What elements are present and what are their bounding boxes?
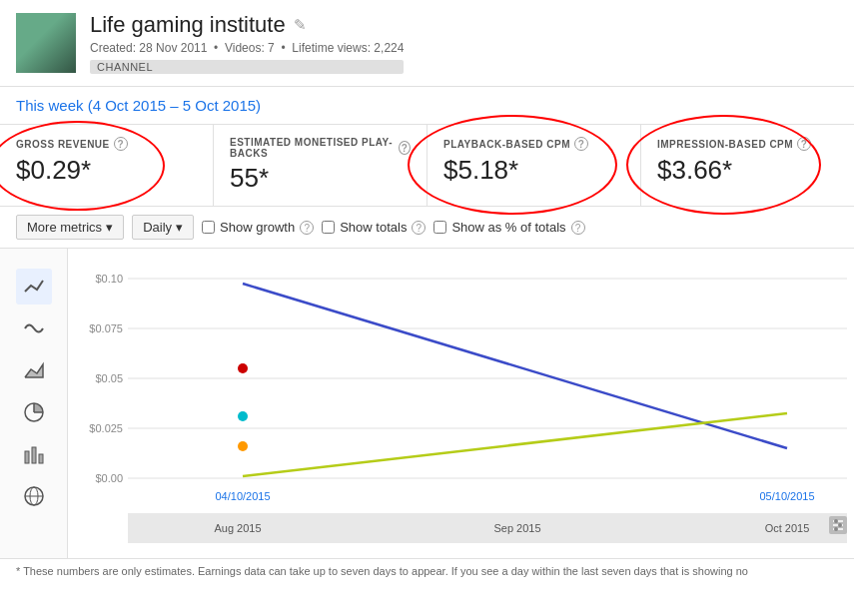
- svg-text:Sep 2015: Sep 2015: [493, 522, 540, 534]
- show-totals-label[interactable]: Show totals ?: [322, 220, 426, 235]
- date-range: This week (4 Oct 2015 – 5 Oct 2015): [0, 87, 854, 124]
- show-as-of-totals-checkbox[interactable]: [433, 221, 446, 234]
- svg-rect-3: [25, 451, 29, 463]
- daily-button[interactable]: Daily ▾: [132, 215, 194, 240]
- svg-text:$0.025: $0.025: [89, 422, 123, 434]
- chart-main: $0.10 $0.075 $0.05 $0.025 $0.00 04/10/20…: [68, 249, 854, 558]
- svg-point-36: [834, 527, 838, 531]
- metrics-container: GROSS REVENUE ? $0.29* ESTIMATED MONETIS…: [0, 124, 854, 207]
- metrics-row: GROSS REVENUE ? $0.29* ESTIMATED MONETIS…: [0, 124, 854, 207]
- show-as-of-totals-label[interactable]: Show as % of totals ?: [433, 220, 584, 235]
- svg-point-23: [238, 441, 248, 451]
- svg-line-20: [243, 413, 787, 476]
- help-icon-1[interactable]: ?: [399, 141, 411, 155]
- svg-point-35: [838, 523, 842, 527]
- wave-chart-icon[interactable]: [16, 310, 52, 346]
- metric-card-impression-cpm: IMPRESSION-BASED CPM ? $3.66*: [641, 125, 854, 206]
- svg-text:$0.10: $0.10: [95, 273, 123, 285]
- help-icon-2[interactable]: ?: [574, 137, 588, 151]
- chart-svg: $0.10 $0.075 $0.05 $0.025 $0.00 04/10/20…: [68, 249, 854, 558]
- metric-label-3: IMPRESSION-BASED CPM ?: [657, 137, 838, 151]
- channel-info: Life gaming institute ✎ Created: 28 Nov …: [90, 12, 404, 74]
- help-icon-growth[interactable]: ?: [300, 221, 314, 235]
- chart-area: $0.10 $0.075 $0.05 $0.025 $0.00 04/10/20…: [0, 249, 854, 558]
- metric-label-1: ESTIMATED MONETISED PLAY-BACKS ?: [230, 137, 411, 159]
- help-icon-totals[interactable]: ?: [412, 221, 426, 235]
- metric-label-0: GROSS REVENUE ?: [16, 137, 197, 151]
- svg-rect-5: [39, 454, 43, 463]
- channel-lifetime-views: Lifetime views: 2,224: [292, 41, 404, 55]
- metric-card-estimated: ESTIMATED MONETISED PLAY-BACKS ? 55*: [214, 125, 427, 206]
- svg-text:05/10/2015: 05/10/2015: [759, 490, 814, 502]
- edit-icon[interactable]: ✎: [294, 16, 307, 34]
- more-metrics-button[interactable]: More metrics ▾: [16, 215, 124, 240]
- footnote: * These numbers are only estimates. Earn…: [0, 558, 854, 583]
- svg-point-22: [238, 411, 248, 421]
- metric-value-0: $0.29*: [16, 155, 197, 186]
- svg-point-21: [238, 363, 248, 373]
- metric-card-gross-revenue: GROSS REVENUE ? $0.29*: [0, 125, 214, 206]
- channel-badge: CHANNEL: [90, 60, 404, 74]
- svg-text:Aug 2015: Aug 2015: [214, 522, 261, 534]
- help-icon-as-of-totals[interactable]: ?: [571, 221, 585, 235]
- show-growth-checkbox[interactable]: [202, 221, 215, 234]
- channel-meta: Created: 28 Nov 2011 • Videos: 7 • Lifet…: [90, 41, 404, 55]
- top-bar: Life gaming institute ✎ Created: 28 Nov …: [0, 0, 854, 87]
- dropdown-arrow-icon: ▾: [106, 220, 113, 235]
- controls-row: More metrics ▾ Daily ▾ Show growth ? Sho…: [0, 207, 854, 249]
- svg-point-34: [834, 519, 838, 523]
- globe-icon[interactable]: [16, 478, 52, 514]
- metric-value-1: 55*: [230, 163, 411, 194]
- avatar-image: [16, 13, 76, 73]
- svg-text:$0.00: $0.00: [95, 472, 123, 484]
- svg-text:Oct 2015: Oct 2015: [765, 522, 810, 534]
- metric-value-3: $3.66*: [657, 155, 838, 186]
- metric-label-2: PLAYBACK-BASED CPM ?: [443, 137, 624, 151]
- svg-rect-4: [32, 447, 36, 463]
- show-totals-checkbox[interactable]: [322, 221, 335, 234]
- metric-card-playback-cpm: PLAYBACK-BASED CPM ? $5.18*: [427, 125, 641, 206]
- svg-text:$0.05: $0.05: [95, 372, 123, 384]
- channel-created: Created: 28 Nov 2011: [90, 41, 207, 55]
- line-chart-icon[interactable]: [16, 269, 52, 305]
- svg-text:04/10/2015: 04/10/2015: [215, 490, 270, 502]
- area-chart-icon[interactable]: [16, 352, 52, 388]
- help-icon-3[interactable]: ?: [797, 137, 811, 151]
- help-icon-0[interactable]: ?: [114, 137, 128, 151]
- avatar: [16, 13, 76, 73]
- metric-value-2: $5.18*: [443, 155, 624, 186]
- pie-chart-icon[interactable]: [16, 394, 52, 430]
- chart-settings-icon: [829, 516, 847, 534]
- svg-text:$0.075: $0.075: [89, 322, 123, 334]
- chart-sidebar: [0, 249, 68, 558]
- bar-chart-icon[interactable]: [16, 436, 52, 472]
- dropdown-arrow-icon-2: ▾: [176, 220, 183, 235]
- show-growth-label[interactable]: Show growth ?: [202, 220, 314, 235]
- channel-videos: Videos: 7: [225, 41, 275, 55]
- channel-title: Life gaming institute: [90, 12, 286, 38]
- channel-name-row: Life gaming institute ✎: [90, 12, 404, 38]
